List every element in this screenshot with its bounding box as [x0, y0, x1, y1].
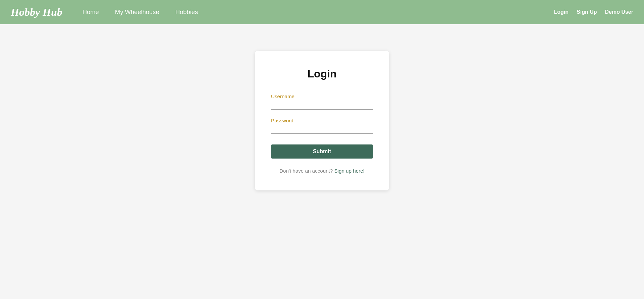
password-field-group: Password: [271, 118, 373, 134]
nav-left: Hobby Hub Home My Wheelhouse Hobbies: [11, 6, 198, 18]
nav-link-home[interactable]: Home: [83, 8, 99, 15]
nav-demo-user-link[interactable]: Demo User: [605, 9, 633, 15]
nav-item-wheelhouse[interactable]: My Wheelhouse: [115, 8, 159, 16]
nav-login-link[interactable]: Login: [554, 9, 569, 15]
username-input[interactable]: [271, 101, 373, 110]
login-form: Username Password Submit: [271, 94, 373, 168]
nav-link-hobbies[interactable]: Hobbies: [175, 8, 198, 15]
navbar: Hobby Hub Home My Wheelhouse Hobbies Log…: [0, 0, 644, 24]
nav-item-hobbies[interactable]: Hobbies: [175, 8, 198, 16]
signup-prompt: Don't have an account? Sign up here!: [271, 168, 373, 174]
nav-item-home[interactable]: Home: [83, 8, 99, 16]
password-input[interactable]: [271, 125, 373, 134]
site-logo[interactable]: Hobby Hub: [11, 6, 62, 18]
username-field-group: Username: [271, 94, 373, 110]
login-title: Login: [271, 68, 373, 80]
nav-auth-links: Login Sign Up Demo User: [554, 9, 633, 15]
nav-link-wheelhouse[interactable]: My Wheelhouse: [115, 8, 159, 15]
submit-button[interactable]: Submit: [271, 144, 373, 159]
main-content: Login Username Password Submit Don't hav…: [0, 24, 644, 299]
password-label: Password: [271, 118, 373, 123]
login-card: Login Username Password Submit Don't hav…: [255, 51, 389, 190]
nav-signup-link[interactable]: Sign Up: [577, 9, 597, 15]
nav-links: Home My Wheelhouse Hobbies: [83, 8, 198, 16]
signup-prompt-text: Don't have an account?: [279, 168, 333, 174]
signup-here-link[interactable]: Sign up here!: [334, 168, 364, 174]
username-label: Username: [271, 94, 373, 99]
